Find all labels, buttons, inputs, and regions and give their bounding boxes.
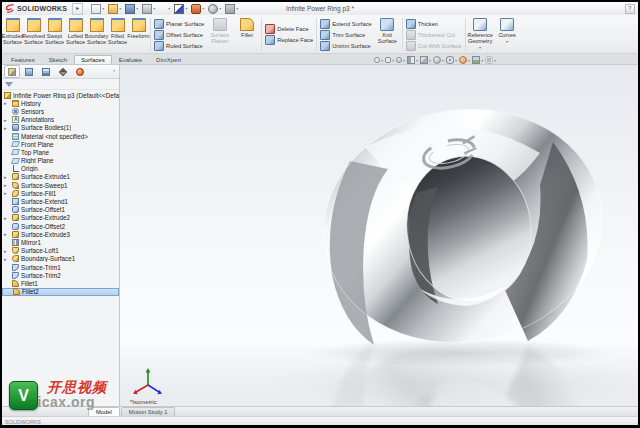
ribbon-large-button[interactable]: Freeform	[128, 16, 149, 53]
fillet-button[interactable]: Fillet	[233, 16, 260, 53]
tree-item[interactable]: Surface-Extrude2	[2, 214, 119, 222]
ribbon-large-button[interactable]: Extruded Surface	[2, 16, 23, 53]
tree-item[interactable]: Right Plane	[2, 157, 119, 165]
tree-item[interactable]: Sensors	[2, 107, 119, 115]
expand-arrow-icon[interactable]	[4, 247, 10, 255]
graphics-viewport[interactable]: *Isometric	[120, 65, 638, 406]
view-tool-button[interactable]: ▾	[459, 56, 470, 64]
ribbon-small-button[interactable]: Cut With Surface	[406, 41, 462, 51]
dropdown-caret-icon[interactable]: ▾	[119, 6, 121, 11]
view-tool-button[interactable]: ▾	[407, 56, 418, 64]
ribbon-large-button[interactable]: Filled Surface	[107, 16, 128, 53]
tree-item[interactable]: Origin	[2, 165, 119, 173]
dropdown-caret-icon[interactable]: ▾	[481, 58, 483, 63]
tree-item[interactable]: Surface-Trim2	[2, 271, 119, 279]
tree-item[interactable]: Surface-Extrude3	[2, 230, 119, 238]
dropdown-caret-icon[interactable]: ▾	[185, 6, 187, 11]
tree-item[interactable]: Fillet1	[2, 279, 119, 287]
tree-item[interactable]: Fillet2	[2, 288, 119, 296]
view-tool-button[interactable]: ▾	[374, 57, 383, 63]
panel-tab[interactable]	[55, 65, 71, 78]
view-tool-button[interactable]: ▾	[420, 56, 431, 64]
ribbon-small-button[interactable]: Extend Surface	[320, 19, 372, 29]
ribbon-small-button[interactable]: Delete Face	[265, 24, 313, 34]
ribbon-large-button[interactable]: Swept Surface	[44, 16, 65, 53]
ribbon-dropdown-button[interactable]: Curves ▾	[494, 16, 521, 53]
panel-tab[interactable]	[72, 65, 88, 78]
ribbon-small-button[interactable]: Ruled Surface	[154, 41, 204, 51]
expand-arrow-icon[interactable]	[4, 230, 10, 238]
ribbon-small-button[interactable]: Replace Face	[265, 35, 313, 45]
ribbon-small-button[interactable]: Planar Surface	[154, 19, 204, 29]
view-tool-button[interactable]: ▾	[446, 56, 457, 64]
dropdown-caret-icon[interactable]: ▾	[168, 6, 170, 11]
tree-item[interactable]: Surface-Extrude1	[2, 173, 119, 181]
quick-access-button[interactable]: ▾	[191, 4, 204, 14]
ribbon-dropdown-button[interactable]: Reference Geometry ▾	[467, 16, 494, 53]
dropdown-caret-icon[interactable]: ▾	[506, 39, 508, 44]
expand-arrow-icon[interactable]	[4, 116, 10, 124]
dropdown-caret-icon[interactable]: ▾	[442, 58, 444, 63]
panel-tab[interactable]	[4, 65, 20, 78]
command-tab[interactable]: DimXpert	[149, 55, 188, 64]
ribbon-small-button[interactable]: Untrim Surface	[320, 41, 372, 51]
ribbon-small-button[interactable]: Thickened Cut	[406, 30, 462, 40]
expand-arrow-icon[interactable]	[4, 173, 10, 181]
ribbon-large-button[interactable]: Lofted Surface	[65, 16, 86, 53]
ribbon-large-button[interactable]: Boundary Surface	[86, 16, 107, 53]
dropdown-caret-icon[interactable]: ▾	[416, 58, 418, 63]
panel-tab[interactable]	[21, 65, 37, 78]
view-tool-button[interactable]: ▾	[433, 56, 444, 64]
quick-access-button[interactable]: ▾	[159, 5, 170, 13]
tree-item[interactable]: Surface-Trim1	[2, 263, 119, 271]
tree-item[interactable]: Mirror1	[2, 238, 119, 246]
command-tab[interactable]: Features	[4, 55, 42, 64]
command-tab[interactable]: Evaluate	[112, 55, 149, 64]
quick-access-button[interactable]: ▾	[125, 4, 138, 14]
dropdown-caret-icon[interactable]: ▾	[479, 45, 481, 50]
tree-item[interactable]: Material <not specified>	[2, 132, 119, 140]
tree-item[interactable]: Front Plane	[2, 140, 119, 148]
expand-arrow-icon[interactable]	[4, 124, 10, 132]
dropdown-caret-icon[interactable]: ▾	[236, 6, 238, 11]
dropdown-caret-icon[interactable]: ▾	[429, 58, 431, 63]
expand-arrow-icon[interactable]	[4, 214, 10, 222]
tree-item[interactable]: Surface Bodies(1)	[2, 124, 119, 132]
ribbon-large-button[interactable]: Revolved Surface	[23, 16, 44, 53]
ring-3d-view[interactable]	[120, 65, 638, 406]
dropdown-caret-icon[interactable]: ▾	[202, 6, 204, 11]
quick-access-button[interactable]: ▾	[91, 4, 104, 14]
quick-access-button[interactable]: ▾	[142, 4, 155, 14]
help-button[interactable]: ?	[625, 4, 635, 14]
tree-item[interactable]: Surface-Fill1	[2, 189, 119, 197]
study-tab[interactable]: Motion Study 1	[121, 407, 176, 416]
panel-tab[interactable]	[38, 65, 54, 78]
view-tool-button[interactable]: ▾	[485, 56, 496, 64]
ribbon-small-button[interactable]: Thicken	[406, 19, 462, 29]
dropdown-caret-icon[interactable]: ▾	[403, 58, 405, 63]
command-tab[interactable]: Surfaces	[74, 55, 112, 64]
ribbon-small-button[interactable]: Offset Surface	[154, 30, 204, 40]
expand-arrow-icon[interactable]	[4, 181, 10, 189]
study-tab[interactable]: Model	[88, 407, 120, 416]
panel-tab-overflow-arrow[interactable]: ›	[113, 67, 118, 73]
quick-access-button[interactable]: ▾	[174, 4, 187, 14]
tree-item[interactable]: Boundary-Surface1	[2, 255, 119, 263]
dropdown-caret-icon[interactable]: ▾	[219, 6, 221, 11]
tree-item[interactable]: Surface-Offset2	[2, 222, 119, 230]
tree-item[interactable]: Annotations	[2, 116, 119, 124]
command-tab[interactable]: Sketch	[42, 55, 74, 64]
quick-access-button[interactable]: ▾	[225, 4, 238, 14]
view-tool-button[interactable]: ▾	[385, 57, 394, 63]
tree-item[interactable]: Top Plane	[2, 148, 119, 156]
tree-item[interactable]: Surface-Extend1	[2, 197, 119, 205]
view-tool-button[interactable]: ▾	[472, 56, 483, 64]
quick-access-button[interactable]: ▾	[108, 4, 121, 14]
dropdown-caret-icon[interactable]: ▾	[153, 6, 155, 11]
dropdown-caret-icon[interactable]: ▾	[468, 58, 470, 63]
menu-expander-arrow[interactable]: ►	[72, 3, 83, 15]
expand-arrow-icon[interactable]	[4, 189, 10, 197]
view-tool-button[interactable]: ▾	[396, 57, 405, 63]
knit-surface-button[interactable]: Knit Surface	[374, 16, 401, 53]
dropdown-caret-icon[interactable]: ▾	[136, 6, 138, 11]
